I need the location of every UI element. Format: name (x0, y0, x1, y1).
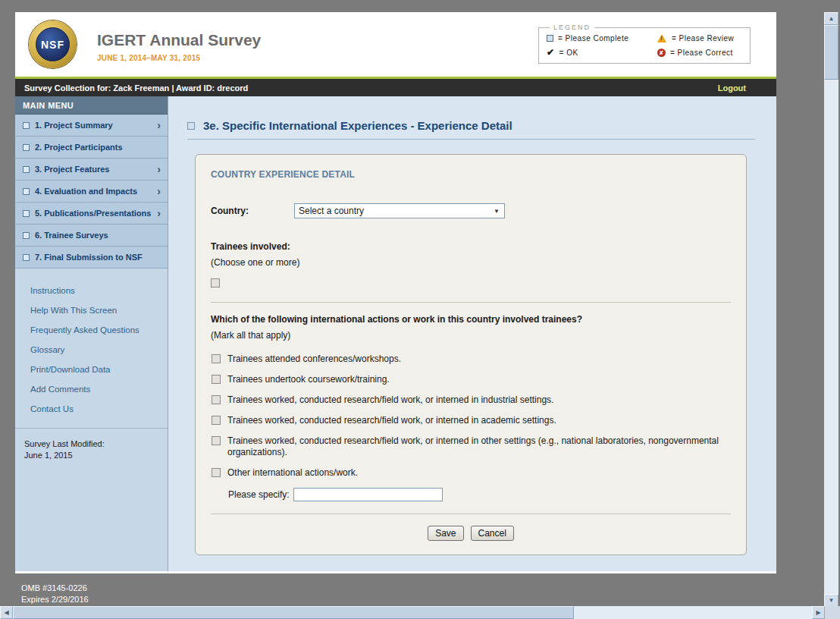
topbar: Survey Collection for: Zack Freeman | Aw… (15, 77, 776, 96)
sidebar-item-trainee-surveys[interactable]: 6. Trainee Surveys (15, 225, 168, 247)
last-modified-label: Survey Last Modified: (24, 438, 168, 450)
last-modified-date: June 1, 2015 (24, 450, 168, 461)
vertical-scroll-track[interactable] (824, 25, 838, 594)
button-row: Save Cancel (211, 526, 731, 541)
option-checkbox-coursework[interactable] (212, 375, 221, 384)
actions-question: Which of the following international act… (211, 314, 731, 325)
warning-icon (657, 34, 666, 42)
option-checkbox-conferences[interactable] (212, 354, 221, 363)
sidebar-item-project-features[interactable]: 3. Project Features › (15, 159, 168, 181)
scroll-up-button[interactable]: ▲ (824, 12, 838, 25)
header: NSF IGERT Annual Survey JUNE 1, 2014–MAY… (15, 12, 776, 77)
option-row-other-settings: Trainees worked, conducted research/fiel… (211, 435, 731, 458)
scrollbar-corner (825, 606, 840, 619)
option-row-academic: Trainees worked, conducted research/fiel… (211, 415, 731, 426)
country-select[interactable]: Select a country ▼ (294, 203, 505, 218)
trainees-involved-hint: (Choose one or more) (211, 257, 731, 268)
save-button[interactable]: Save (428, 526, 463, 541)
dropdown-arrow-icon: ▼ (489, 208, 504, 215)
sidebar-link-glossary[interactable]: Glossary (30, 340, 168, 360)
sidebar-item-project-summary[interactable]: 1. Project Summary › (15, 115, 168, 137)
scroll-right-button[interactable]: ▶ (812, 606, 825, 619)
trainees-involved-label: Trainees involved: (211, 241, 731, 252)
status-checkbox-icon (23, 144, 30, 151)
legend-box: LEGEND = Please Complete = Please Review… (538, 24, 751, 64)
country-label: Country: (211, 206, 294, 216)
sidebar-item-evaluation-impacts[interactable]: 4. Evaluation and Impacts › (15, 181, 168, 203)
nsf-logo-text: NSF (36, 27, 70, 61)
main-menu-header: MAIN MENU (15, 96, 168, 115)
sidebar-item-publications-presentations[interactable]: 5. Publications/Presentations › (15, 203, 168, 225)
trainee-checkbox[interactable] (211, 278, 220, 288)
vertical-scroll-thumb[interactable] (824, 25, 838, 80)
app-title: IGERT Annual Survey (97, 31, 261, 49)
scroll-down-arrow-icon: ▼ (829, 597, 835, 604)
survey-collection-text: Survey Collection for: Zack Freeman | Aw… (24, 83, 248, 93)
sidebar-item-label: 3. Project Features (35, 165, 157, 174)
option-label: Other international actions/work. (227, 467, 358, 479)
submenu-arrow-icon: › (157, 208, 161, 218)
nsf-logo: NSF (29, 20, 77, 68)
sidebar-link-instructions[interactable]: Instructions (30, 281, 168, 300)
sidebar-link-help[interactable]: Help With This Screen (30, 300, 168, 320)
sidebar-item-label: 2. Project Participants (35, 143, 161, 152)
sidebar-item-label: 6. Trainee Surveys (35, 231, 161, 240)
option-checkbox-academic[interactable] (212, 416, 221, 425)
please-specify-input[interactable] (293, 488, 443, 501)
error-icon: ✘ (657, 49, 666, 57)
option-label: Trainees worked, conducted research/fiel… (227, 435, 731, 458)
action-options: Trainees attended conferences/workshops.… (211, 353, 731, 501)
panel-divider (211, 514, 731, 514)
omb-number: OMB #3145-0226 (21, 583, 89, 594)
cancel-button[interactable]: Cancel (471, 526, 514, 541)
sidebar-item-final-submission[interactable]: 7. Final Submission to NSF (15, 247, 168, 269)
status-checkbox-icon (23, 166, 30, 173)
title-block: IGERT Annual Survey JUNE 1, 2014–MAY 31,… (97, 31, 261, 62)
option-checkbox-other-settings[interactable] (212, 436, 221, 445)
legend-item-please-complete: = Please Complete (547, 34, 657, 42)
page-status-checkbox-icon (187, 122, 195, 130)
trainees-involved-block: Trainees involved: (Choose one or more) (211, 241, 731, 290)
legend-grid: = Please Complete = Please Review ✔ = OK… (547, 34, 742, 57)
status-checkbox-icon (23, 210, 30, 217)
scroll-up-arrow-icon: ▲ (829, 15, 835, 22)
submenu-arrow-icon: › (157, 164, 161, 174)
option-checkbox-other-actions[interactable] (212, 468, 221, 477)
page-title-row: 3e. Specific International Experiences -… (187, 119, 776, 132)
legend-text: = Please Complete (558, 34, 628, 42)
option-label: Trainees worked, conducted research/fiel… (227, 394, 553, 406)
option-label: Trainees undertook coursework/training. (227, 374, 390, 385)
horizontal-scroll-track[interactable] (13, 606, 812, 619)
submenu-arrow-icon: › (157, 120, 161, 130)
panel-heading: COUNTRY EXPERIENCE DETAIL (211, 169, 731, 180)
last-modified-block: Survey Last Modified: June 1, 2015 (15, 438, 168, 461)
horizontal-scroll-thumb[interactable] (13, 606, 574, 619)
sidebar-link-add-comments[interactable]: Add Comments (30, 379, 168, 399)
scroll-left-arrow-icon: ◀ (4, 609, 8, 616)
sidebar-divider (15, 428, 168, 429)
please-specify-row: Please specify: (228, 488, 731, 501)
page-title: 3e. Specific International Experiences -… (203, 119, 512, 132)
desktop-background: NSF IGERT Annual Survey JUNE 1, 2014–MAY… (0, 0, 840, 619)
scroll-down-button[interactable]: ▼ (824, 594, 838, 607)
status-checkbox-icon (23, 122, 30, 129)
sidebar-item-label: 7. Final Submission to NSF (35, 253, 161, 262)
horizontal-scrollbar[interactable]: ◀ ▶ (0, 606, 825, 619)
vertical-scrollbar[interactable]: ▲ ▼ (824, 12, 838, 607)
logout-link[interactable]: Logout (718, 83, 746, 93)
panel-divider (211, 302, 731, 303)
option-row-industrial: Trainees worked, conducted research/fiel… (211, 394, 731, 406)
status-checkbox-icon (23, 188, 30, 195)
content-row: MAIN MENU 1. Project Summary › 2. Projec… (15, 96, 776, 571)
survey-period: JUNE 1, 2014–MAY 31, 2015 (97, 54, 261, 62)
title-divider (187, 139, 755, 140)
sidebar-link-faq[interactable]: Frequently Asked Questions (30, 320, 168, 340)
country-experience-panel: COUNTRY EXPERIENCE DETAIL Country: Selec… (195, 154, 747, 555)
option-checkbox-industrial[interactable] (212, 395, 221, 404)
scroll-left-button[interactable]: ◀ (0, 606, 13, 619)
sidebar-link-contact-us[interactable]: Contact Us (30, 399, 168, 419)
sidebar-item-project-participants[interactable]: 2. Project Participants (15, 137, 168, 159)
sidebar-link-print-download[interactable]: Print/Download Data (30, 360, 168, 379)
option-row-conferences: Trainees attended conferences/workshops. (211, 353, 731, 365)
legend-item-ok: ✔ = OK (547, 49, 657, 57)
